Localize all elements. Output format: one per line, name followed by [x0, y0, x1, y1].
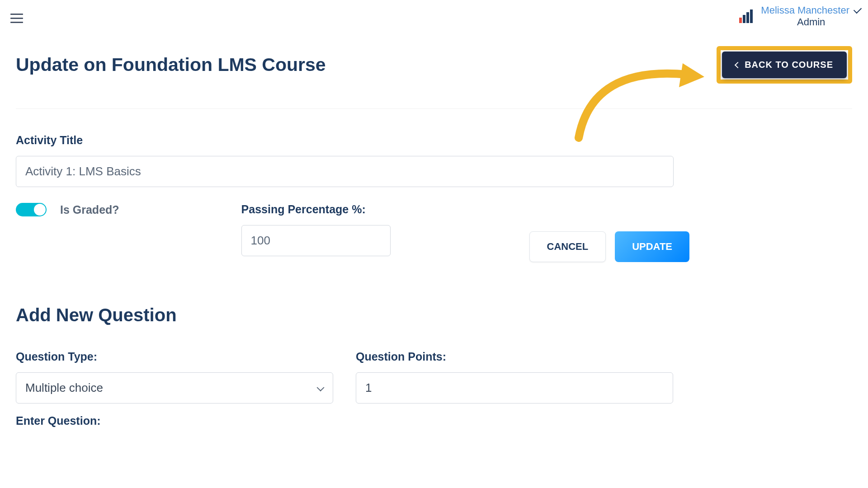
chevron-left-icon — [735, 61, 741, 68]
hamburger-menu-icon[interactable] — [7, 5, 27, 27]
is-graded-label: Is Graded? — [60, 203, 119, 216]
update-button[interactable]: UPDATE — [615, 231, 689, 262]
passing-percentage-input[interactable] — [241, 225, 391, 256]
is-graded-toggle[interactable] — [16, 203, 47, 216]
page-title: Update on Foundation LMS Course — [16, 54, 326, 75]
question-points-input[interactable] — [356, 372, 673, 404]
back-button-label: BACK TO COURSE — [745, 60, 833, 70]
chevron-down-icon — [854, 5, 862, 13]
user-section: Melissa Manchester Admin — [739, 5, 861, 28]
question-points-label: Question Points: — [356, 350, 673, 363]
cancel-button[interactable]: CANCEL — [529, 231, 606, 262]
question-type-label: Question Type: — [16, 350, 333, 363]
passing-percentage-col: Passing Percentage %: — [241, 203, 391, 256]
enter-question-label: Enter Question: — [16, 414, 852, 427]
app-logo-icon — [739, 9, 753, 23]
user-name: Melissa Manchester — [761, 5, 849, 16]
activity-form: Activity Title Is Graded? Passing Percen… — [16, 109, 689, 262]
user-role: Admin — [797, 16, 825, 28]
add-question-title: Add New Question — [16, 305, 852, 325]
add-question-section: Add New Question Question Type: Question… — [16, 305, 852, 427]
user-dropdown[interactable]: Melissa Manchester Admin — [761, 5, 861, 28]
graded-toggle-row: Is Graded? — [16, 203, 119, 216]
activity-title-input[interactable] — [16, 156, 674, 187]
header: Melissa Manchester Admin — [0, 0, 868, 33]
page-header: Update on Foundation LMS Course BACK TO … — [16, 46, 852, 109]
main-content: Update on Foundation LMS Course BACK TO … — [0, 33, 868, 450]
passing-percentage-label: Passing Percentage %: — [241, 203, 391, 216]
question-type-select-wrapper — [16, 372, 333, 404]
back-to-course-button[interactable]: BACK TO COURSE — [722, 52, 847, 78]
question-type-select[interactable] — [16, 372, 333, 404]
back-button-highlight: BACK TO COURSE — [717, 46, 852, 84]
activity-title-label: Activity Title — [16, 134, 689, 147]
